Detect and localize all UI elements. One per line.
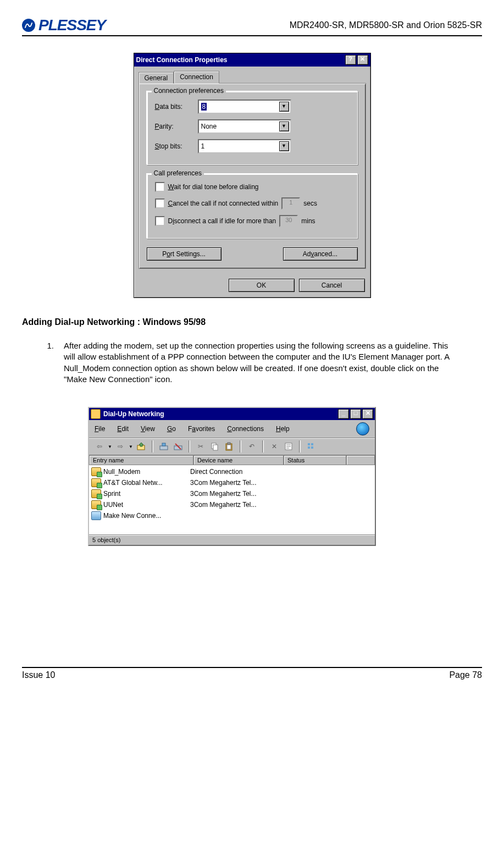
- make-new-icon: [91, 511, 101, 520]
- menu-go[interactable]: GoGo: [167, 425, 176, 433]
- group-connection-prefs: Connection preferences DData bits:ata bi…: [147, 91, 358, 165]
- section-heading: Adding Dial-up Networking : Windows 95/9…: [22, 317, 482, 327]
- disconnect-idle-checkbox[interactable]: [155, 216, 165, 226]
- group-call-prefs: Call preferences Wait for dial tone befo…: [147, 174, 358, 239]
- col-spacer: [346, 455, 375, 465]
- stop-bits-label: Stop bits:Stop bits:: [155, 142, 193, 150]
- titlebar[interactable]: Dial-Up Networking _ □ ✕: [89, 408, 375, 420]
- device-name: 3Com Megahertz Tel...: [190, 501, 257, 509]
- connection-icon: [91, 500, 101, 509]
- disconnect-mins-input[interactable]: 30: [279, 215, 298, 227]
- window-title: Dial-Up Networking: [103, 410, 164, 418]
- col-status[interactable]: Status: [284, 455, 346, 465]
- maximize-button[interactable]: □: [350, 409, 361, 419]
- views-icon[interactable]: [305, 440, 317, 452]
- connection-icon: [91, 478, 101, 487]
- entry-name: Make New Conne...: [103, 512, 161, 520]
- page-footer: Issue 10 Page 78: [22, 667, 482, 680]
- wait-dialtone-checkbox[interactable]: [155, 182, 165, 192]
- data-bits-select[interactable]: 8 ▼: [198, 100, 291, 114]
- back-chevron-icon[interactable]: ▼: [108, 444, 112, 449]
- parity-label: Parity:Parity:: [155, 123, 193, 130]
- device-name: 3Com Megahertz Tel...: [190, 479, 257, 487]
- menu-favorites[interactable]: FavoritesFavorites: [188, 425, 215, 433]
- step-number: 1.: [44, 340, 54, 385]
- undo-icon[interactable]: ↶: [246, 440, 258, 452]
- svg-rect-9: [228, 443, 230, 444]
- menu-connections[interactable]: ConnectionsConnections: [227, 425, 264, 433]
- dialup-networking-window: Dial-Up Networking _ □ ✕ FileFile EditEd…: [88, 407, 376, 546]
- device-name: Direct Connection: [190, 468, 242, 476]
- help-button[interactable]: ?: [345, 55, 356, 65]
- column-headers: Entry name Device name Status: [89, 455, 375, 465]
- chevron-down-icon[interactable]: ▼: [279, 141, 289, 151]
- instruction-list: 1. After adding the modem, set up the co…: [44, 340, 460, 385]
- back-icon[interactable]: ⇦: [93, 440, 106, 452]
- menu-edit[interactable]: EditEdit: [117, 425, 129, 433]
- dialog-title: Direct Connection Properties: [136, 56, 228, 64]
- paste-icon[interactable]: [223, 440, 235, 452]
- listview[interactable]: Null_Modem Direct Connection AT&T Global…: [89, 465, 375, 534]
- list-item: 1. After adding the modem, set up the co…: [44, 340, 460, 385]
- dialup-icon: [91, 409, 101, 419]
- svg-rect-6: [213, 445, 218, 450]
- chevron-down-icon[interactable]: ▼: [279, 122, 289, 131]
- menubar: FileFile EditEdit ViewView GoGo Favorite…: [89, 420, 375, 438]
- close-button[interactable]: ✕: [362, 409, 373, 419]
- stop-bits-select[interactable]: 1 ▼: [198, 139, 291, 153]
- disconnect-idle-label: Disconnect a call if idle for more thanD…: [168, 217, 276, 225]
- up-icon[interactable]: [135, 440, 147, 452]
- group-title: Call preferences: [152, 169, 204, 177]
- cancel-secs-input[interactable]: 1: [281, 197, 300, 209]
- menu-help[interactable]: HelpHelp: [276, 425, 290, 433]
- direct-connection-dialog: Direct Connection Properties ? ✕ General…: [134, 53, 371, 298]
- list-item[interactable]: UUNet 3Com Megahertz Tel...: [91, 499, 373, 510]
- parity-value: None: [201, 123, 217, 130]
- properties-icon[interactable]: [283, 440, 295, 452]
- chevron-down-icon[interactable]: ▼: [279, 102, 289, 112]
- tab-connection[interactable]: Connection: [174, 71, 219, 84]
- map-drive-icon[interactable]: [158, 440, 170, 452]
- disconnect-drive-icon[interactable]: [172, 440, 184, 452]
- menu-file[interactable]: FileFile: [95, 425, 105, 433]
- minimize-button[interactable]: _: [338, 409, 349, 419]
- tab-panel-connection: Connection preferences DData bits:ata bi…: [139, 83, 366, 269]
- connection-icon: [91, 489, 101, 498]
- col-device[interactable]: Device name: [193, 455, 284, 465]
- svg-rect-8: [227, 445, 231, 449]
- tab-general[interactable]: General: [139, 72, 174, 84]
- list-item[interactable]: Make New Conne...: [91, 510, 373, 521]
- cut-icon[interactable]: ✂: [195, 440, 207, 452]
- cancel-button[interactable]: Cancel: [299, 279, 365, 292]
- svg-rect-1: [160, 446, 168, 450]
- fwd-chevron-icon[interactable]: ▼: [129, 444, 133, 449]
- menu-view[interactable]: ViewView: [141, 425, 155, 433]
- device-name: 3Com Megahertz Tel...: [190, 490, 257, 498]
- wait-dialtone-label: Wait for dial tone before dialingWait fo…: [168, 183, 259, 191]
- entry-name: Null_Modem: [103, 468, 140, 476]
- advanced-button[interactable]: Advanced...Advanced...: [283, 247, 358, 261]
- page-number: Page 78: [449, 670, 482, 680]
- list-item[interactable]: Null_Modem Direct Connection: [91, 466, 373, 477]
- cancel-secs-label: secs: [303, 200, 317, 207]
- ok-button[interactable]: OK: [229, 279, 295, 292]
- titlebar[interactable]: Direct Connection Properties ? ✕: [134, 53, 370, 67]
- svg-rect-17: [311, 446, 313, 449]
- cancel-call-checkbox[interactable]: [155, 198, 165, 208]
- entry-name: Sprint: [103, 490, 120, 498]
- logo: PLESSEY: [22, 16, 106, 34]
- svg-rect-16: [308, 446, 310, 449]
- forward-icon[interactable]: ⇨: [114, 440, 126, 452]
- port-settings-button[interactable]: Port Settings...Port Settings...: [147, 247, 221, 261]
- delete-icon[interactable]: ✕: [268, 440, 280, 452]
- list-item[interactable]: AT&T Global Netw... 3Com Megahertz Tel..…: [91, 477, 373, 488]
- parity-select[interactable]: None ▼: [198, 119, 291, 134]
- group-title: Connection preferences: [152, 87, 226, 95]
- col-entry[interactable]: Entry name: [89, 455, 193, 465]
- data-bits-value: 8: [201, 103, 207, 111]
- copy-icon[interactable]: [209, 440, 221, 452]
- close-button[interactable]: ✕: [357, 55, 368, 65]
- logo-text: PLESSEY: [38, 16, 106, 34]
- statusbar: 5 object(s): [89, 534, 375, 545]
- list-item[interactable]: Sprint 3Com Megahertz Tel...: [91, 488, 373, 499]
